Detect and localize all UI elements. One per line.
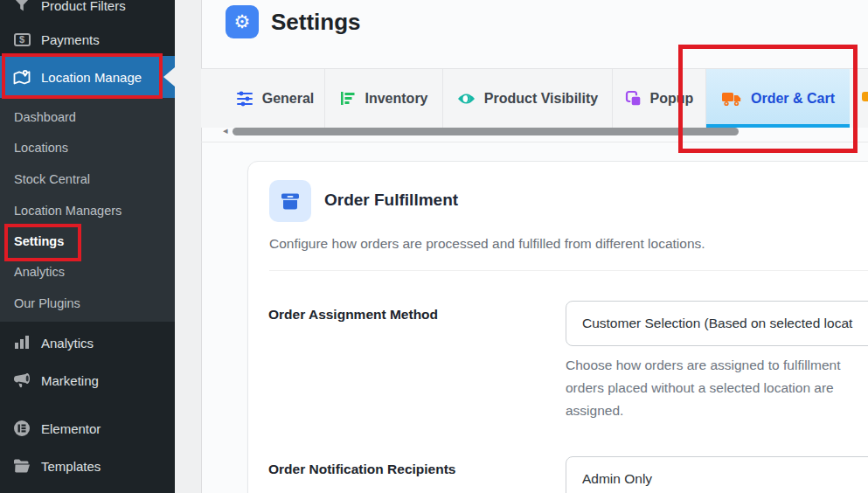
elementor-icon — [11, 420, 32, 437]
submenu-item-our-plugins[interactable]: Our Plugins — [14, 293, 80, 314]
wp-admin-screen: Product Filters $ Payments Location Mana… — [0, 0, 868, 493]
help-text-line: assigned. — [566, 399, 623, 422]
select-value: Admin Only — [582, 471, 652, 486]
sidebar-item-product-filters[interactable]: Product Filters — [0, 0, 175, 23]
settings-tabbar: General Inventory Product Visibility — [201, 68, 868, 128]
submenu-item-locations[interactable]: Locations — [14, 137, 68, 158]
submenu-item-dashboard[interactable]: Dashboard — [14, 107, 76, 128]
map-pin-icon — [11, 68, 32, 86]
sidebar-item-label: Analytics — [41, 336, 94, 351]
settings-gear-icon: ⚙ — [226, 5, 259, 38]
horizontal-scrollbar[interactable] — [233, 128, 739, 135]
card-divider — [269, 270, 868, 271]
sidebar-item-marketing[interactable]: Marketing — [0, 363, 175, 398]
order-assignment-method-select[interactable]: Customer Selection (Based on selected lo… — [566, 301, 868, 346]
tab-label: Inventory — [365, 91, 427, 107]
sidebar-item-label: Marketing — [41, 373, 99, 388]
sidebar-item-label: Location Manage — [41, 70, 142, 85]
sidebar-item-label: Product Filters — [41, 0, 126, 13]
sidebar-item-location-manage[interactable]: Location Manage — [0, 56, 175, 98]
select-value: Customer Selection (Based on selected lo… — [582, 316, 852, 330]
sidebar-item-templates[interactable]: Templates — [0, 448, 175, 483]
submenu-item-settings[interactable]: Settings — [14, 231, 64, 252]
archive-box-icon — [269, 180, 311, 222]
next-tab-partial-icon[interactable] — [862, 92, 868, 101]
sidebar-item-label: Templates — [41, 459, 101, 474]
sidebar-item-payments[interactable]: $ Payments — [0, 22, 175, 57]
tabbar-divider — [201, 142, 868, 142]
tab-product-visibility[interactable]: Product Visibility — [443, 69, 613, 128]
bars-icon — [339, 90, 356, 107]
tab-label: Popup — [650, 91, 694, 107]
order-notification-recipients-select[interactable]: Admin Only — [566, 456, 868, 493]
card-description: Configure how orders are processed and f… — [269, 236, 705, 252]
folder-icon — [11, 459, 32, 473]
bar-chart-icon — [11, 336, 32, 350]
sidebar-item-elementor[interactable]: Elementor — [0, 411, 175, 446]
sliders-icon — [236, 90, 253, 108]
megaphone-icon — [11, 372, 32, 389]
order-assignment-method-label: Order Assignment Method — [268, 307, 438, 323]
order-fulfillment-card: Order Fulfillment Configure how orders a… — [247, 161, 868, 493]
tab-label: General — [262, 91, 315, 107]
help-text-line: Choose how orders are assigned to fulfil… — [566, 354, 840, 377]
order-notification-recipients-label: Order Notification Recipients — [268, 462, 455, 477]
sidebar-item-analytics[interactable]: Analytics — [0, 325, 175, 360]
tab-label: Product Visibility — [484, 91, 598, 107]
card-title: Order Fulfillment — [324, 191, 458, 210]
help-text-line: orders placed without a selected locatio… — [566, 377, 834, 399]
tab-order-and-cart[interactable]: Order & Cart — [706, 69, 850, 128]
tab-label: Order & Cart — [751, 91, 835, 107]
filter-icon — [11, 0, 32, 13]
sidebar-item-label: Payments — [41, 32, 100, 47]
page-title: Settings — [271, 9, 361, 36]
payments-icon: $ — [11, 33, 32, 46]
tab-popup[interactable]: Popup — [613, 69, 706, 128]
active-menu-arrow — [163, 67, 175, 87]
sidebar-item-label: Elementor — [41, 421, 101, 436]
tab-inventory[interactable]: Inventory — [325, 69, 443, 128]
scroll-left-arrow[interactable]: ◂ — [223, 125, 228, 136]
sidebar-gutter — [175, 0, 201, 493]
truck-icon — [721, 90, 742, 108]
eye-icon — [457, 91, 476, 107]
popup-windows-icon — [625, 90, 642, 107]
submenu-item-analytics[interactable]: Analytics — [14, 261, 65, 282]
submenu-item-location-managers[interactable]: Location Managers — [14, 200, 122, 221]
admin-sidebar: Product Filters $ Payments Location Mana… — [0, 0, 175, 493]
tab-general[interactable]: General — [226, 69, 325, 128]
submenu-item-stock-central[interactable]: Stock Central — [14, 169, 90, 190]
